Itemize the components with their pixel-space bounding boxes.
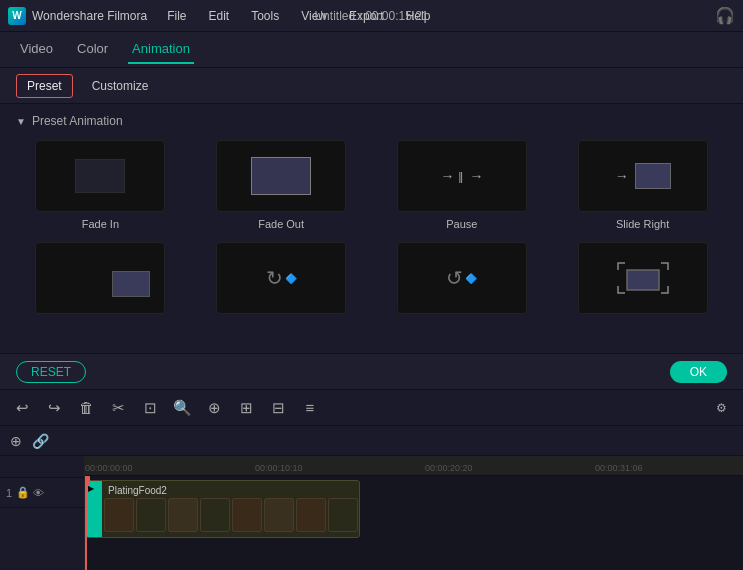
tab-video[interactable]: Video [16, 35, 57, 64]
timeline-area: ⊕ 🔗 1 🔒 👁 00:00:00:00 00:00:10:10 00:00:… [0, 426, 743, 570]
anim5-rect [112, 271, 150, 297]
svg-rect-0 [627, 270, 659, 290]
anim-label-fade-out: Fade Out [258, 218, 304, 230]
anim-8[interactable] [558, 242, 727, 320]
tab-color[interactable]: Color [73, 35, 112, 64]
clip-thumb-3 [168, 498, 198, 532]
subtab-preset[interactable]: Preset [16, 74, 73, 98]
headphone-icon[interactable]: 🎧 [715, 6, 735, 25]
tick-3: 00:00:31:06 [595, 456, 643, 476]
track-label-icons: 🔒 👁 [16, 486, 44, 499]
clip-thumb-2 [136, 498, 166, 532]
tick-1: 00:00:10:10 [255, 456, 303, 476]
menu-tools[interactable]: Tools [241, 5, 289, 27]
visibility-icon[interactable]: 👁 [33, 487, 44, 499]
track-label-1: 1 🔒 👁 [0, 478, 84, 508]
pip-icon[interactable]: ⊞ [234, 396, 258, 420]
redo-icon[interactable]: ↪ [42, 396, 66, 420]
undo-icon[interactable]: ↩ [10, 396, 34, 420]
anim-thumb-slide-right[interactable]: → [578, 140, 708, 212]
clip-thumb-5 [232, 498, 262, 532]
menu-bar: File Edit Tools View Export Help [157, 5, 715, 27]
rotate-cw-icon: ↻ 🔷 [266, 266, 297, 290]
split-icon[interactable]: ⊟ [266, 396, 290, 420]
subtab-customize[interactable]: Customize [81, 74, 160, 98]
rotate-ccw-icon: ↺ 🔷 [446, 266, 477, 290]
anim-fade-out[interactable]: Fade Out [197, 140, 366, 230]
ruler-bar: 00:00:00:00 00:00:10:10 00:00:20:20 00:0… [85, 456, 743, 476]
title-bar: W Wondershare Filmora File Edit Tools Vi… [0, 0, 743, 32]
playhead[interactable] [85, 476, 87, 570]
slide-right-content: → [615, 163, 671, 189]
pause-arrows: → ‖ → [440, 168, 483, 184]
anim-label-fade-in: Fade In [82, 218, 119, 230]
main-tabs: Video Color Animation [0, 32, 743, 68]
filter-icon[interactable]: ≡ [298, 396, 322, 420]
pause-bar: ‖ [458, 170, 465, 183]
delete-icon[interactable]: 🗑 [74, 396, 98, 420]
anim-thumb-7[interactable]: ↺ 🔷 [397, 242, 527, 314]
anim-7[interactable]: ↺ 🔷 [378, 242, 547, 320]
anim-6[interactable]: ↻ 🔷 [197, 242, 366, 320]
logo-icon: W [8, 7, 26, 25]
anim-5[interactable] [16, 242, 185, 320]
lock-icon[interactable]: 🔒 [16, 486, 30, 499]
rotate-icon[interactable]: ⊕ [202, 396, 226, 420]
anim-fade-in[interactable]: Fade In [16, 140, 185, 230]
clip-thumb-6 [264, 498, 294, 532]
track-number: 1 [6, 487, 12, 499]
slide-right-rect [635, 163, 671, 189]
anim-thumb-fade-in[interactable] [35, 140, 165, 212]
window-title: Untitled : 00:00:15:21 [314, 9, 428, 23]
anim-thumb-8[interactable] [578, 242, 708, 314]
video-clip[interactable]: ▶ PlatingFood2 [85, 480, 360, 538]
ok-button[interactable]: OK [670, 361, 727, 383]
fade-out-rect [251, 157, 311, 195]
track-content: ▶ PlatingFood2 [85, 476, 743, 570]
anim-thumb-6[interactable]: ↻ 🔷 [216, 242, 346, 314]
clip-thumb-8 [328, 498, 358, 532]
collapse-icon[interactable]: ▼ [16, 116, 26, 127]
timeline-controls: ⊕ 🔗 [0, 426, 743, 456]
section-label: Preset Animation [32, 114, 123, 128]
clip-thumb-4 [200, 498, 230, 532]
clip-thumbnails [104, 497, 358, 533]
arrow-right: → [469, 168, 483, 184]
anim-pause[interactable]: → ‖ → Pause [378, 140, 547, 230]
reset-button[interactable]: RESET [16, 361, 86, 383]
slide-right-arrow: → [615, 168, 629, 184]
app-logo: W Wondershare Filmora [8, 7, 147, 25]
zoom-in-icon[interactable]: 🔍 [170, 396, 194, 420]
action-bar: RESET OK [0, 354, 743, 390]
cut-icon[interactable]: ✂ [106, 396, 130, 420]
animation-grid: Fade In Fade Out → ‖ → Pause → [16, 140, 727, 320]
anim-thumb-pause[interactable]: → ‖ → [397, 140, 527, 212]
fade-in-rect [75, 159, 125, 193]
anim-thumb-5[interactable] [35, 242, 165, 314]
anim-label-pause: Pause [446, 218, 477, 230]
clip-play-icon: ▶ [86, 481, 102, 537]
anim-label-slide-right: Slide Right [616, 218, 669, 230]
animation-panel: ▼ Preset Animation Fade In Fade Out → ‖ … [0, 104, 743, 354]
section-header: ▼ Preset Animation [16, 114, 727, 128]
timeline-toolbar: ↩ ↪ 🗑 ✂ ⊡ 🔍 ⊕ ⊞ ⊟ ≡ ⚙ [0, 390, 743, 426]
app-name: Wondershare Filmora [32, 9, 147, 23]
link-icon[interactable]: 🔗 [32, 433, 49, 449]
menu-edit[interactable]: Edit [199, 5, 240, 27]
clip-thumb-1 [104, 498, 134, 532]
clip-thumb-7 [296, 498, 326, 532]
crop-icon[interactable]: ⊡ [138, 396, 162, 420]
ruler-label [0, 456, 84, 478]
tab-animation[interactable]: Animation [128, 35, 194, 64]
anim-thumb-fade-out[interactable] [216, 140, 346, 212]
sub-tabs: Preset Customize [0, 68, 743, 104]
anim-slide-right[interactable]: → Slide Right [558, 140, 727, 230]
arrow-left: → [440, 168, 454, 184]
tick-0: 00:00:00:00 [85, 456, 133, 476]
tick-2: 00:00:20:20 [425, 456, 473, 476]
timeline-main: 1 🔒 👁 00:00:00:00 00:00:10:10 00:00:20:2… [0, 456, 743, 570]
expand-icon [613, 258, 673, 298]
settings-icon[interactable]: ⚙ [709, 396, 733, 420]
menu-file[interactable]: File [157, 5, 196, 27]
add-track-icon[interactable]: ⊕ [10, 433, 22, 449]
